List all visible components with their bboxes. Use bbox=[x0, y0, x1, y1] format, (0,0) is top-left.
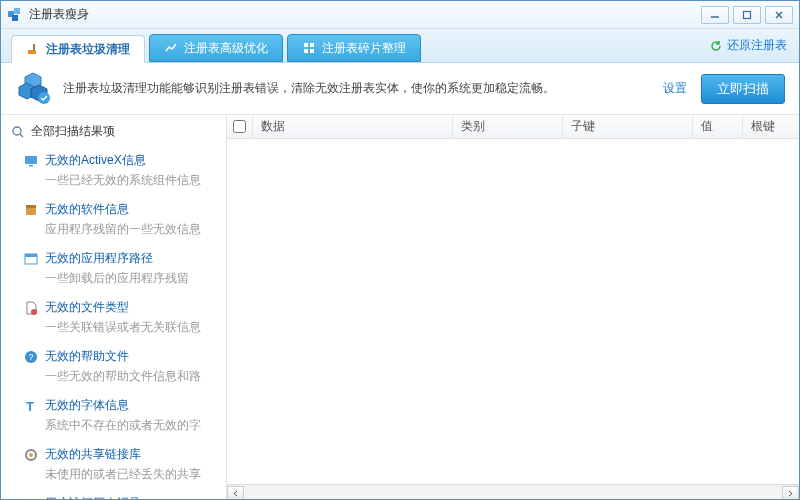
column-data[interactable]: 数据 bbox=[253, 115, 453, 138]
sidebar-item-help-file: ? 无效的帮助文件 一些无效的帮助文件信息和路 bbox=[1, 342, 226, 391]
close-button[interactable] bbox=[765, 6, 793, 24]
sidebar-item-row[interactable]: 无效的文件类型 bbox=[23, 299, 216, 316]
search-icon bbox=[11, 125, 25, 139]
svg-rect-4 bbox=[744, 11, 751, 18]
results-grid: 数据 类别 子键 值 根键 bbox=[227, 115, 799, 500]
registry-cubes-icon bbox=[15, 71, 51, 107]
sidebar-item-title: 无效的字体信息 bbox=[45, 397, 129, 414]
svg-point-25 bbox=[31, 309, 37, 315]
restore-link-label: 还原注册表 bbox=[727, 37, 787, 54]
package-icon bbox=[23, 202, 39, 218]
monitor-icon bbox=[23, 153, 39, 169]
sidebar-item-title: 无效的共享链接库 bbox=[45, 446, 141, 463]
sidebar-item-file-type: 无效的文件类型 一些关联错误或者无关联信息 bbox=[1, 293, 226, 342]
column-value[interactable]: 值 bbox=[693, 115, 743, 138]
sidebar-item-row[interactable]: ? 无效的帮助文件 bbox=[23, 348, 216, 365]
settings-link[interactable]: 设置 bbox=[663, 80, 687, 97]
broom-icon bbox=[26, 42, 40, 56]
scroll-track[interactable] bbox=[244, 486, 782, 501]
help-icon: ? bbox=[23, 349, 39, 365]
svg-rect-21 bbox=[26, 207, 36, 215]
sidebar-item-row[interactable]: 无效的软件信息 bbox=[23, 201, 216, 218]
main-content: 全部扫描结果项 无效的ActiveX信息 一些已经无效的系统组件信息 无效的软件… bbox=[1, 115, 799, 500]
description-bar: 注册表垃圾清理功能能够识别注册表错误，清除无效注册表实体，使你的系统更加稳定流畅… bbox=[1, 63, 799, 115]
description-text: 注册表垃圾清理功能能够识别注册表错误，清除无效注册表实体，使你的系统更加稳定流畅… bbox=[63, 80, 663, 97]
blocks-icon bbox=[302, 41, 316, 55]
select-all-checkbox[interactable] bbox=[233, 120, 246, 133]
sidebar-item-font: T 无效的字体信息 系统中不存在的或者无效的字 bbox=[1, 391, 226, 440]
sidebar-item-title: 无效的软件信息 bbox=[45, 201, 129, 218]
sidebar-item-desc: 应用程序残留的一些无效信息 bbox=[45, 221, 216, 238]
sidebar-item-history: 用户访问历史记录 bbox=[1, 489, 226, 500]
sidebar-item-row[interactable]: 无效的ActiveX信息 bbox=[23, 152, 216, 169]
svg-rect-20 bbox=[29, 165, 33, 167]
svg-text:?: ? bbox=[28, 352, 33, 362]
sidebar-header: 全部扫描结果项 bbox=[1, 115, 226, 146]
sidebar-item-desc: 一些无效的帮助文件信息和路 bbox=[45, 368, 216, 385]
sidebar-item-row[interactable]: 无效的共享链接库 bbox=[23, 446, 216, 463]
window-title: 注册表瘦身 bbox=[29, 6, 701, 23]
window-controls bbox=[701, 6, 793, 24]
svg-rect-22 bbox=[26, 205, 36, 208]
chart-icon bbox=[164, 41, 178, 55]
sidebar-header-label: 全部扫描结果项 bbox=[31, 123, 115, 140]
title-bar: 注册表瘦身 bbox=[1, 1, 799, 29]
svg-rect-7 bbox=[28, 50, 36, 54]
tab-strip: 注册表垃圾清理 注册表高级优化 注册表碎片整理 还原注册表 bbox=[1, 29, 799, 63]
sidebar: 全部扫描结果项 无效的ActiveX信息 一些已经无效的系统组件信息 无效的软件… bbox=[1, 115, 227, 500]
sidebar-item-desc: 系统中不存在的或者无效的字 bbox=[45, 417, 216, 434]
svg-rect-2 bbox=[12, 15, 18, 21]
tab-label: 注册表高级优化 bbox=[184, 40, 268, 57]
horizontal-scrollbar[interactable] bbox=[227, 484, 799, 500]
column-category[interactable]: 类别 bbox=[453, 115, 563, 138]
tab-registry-advanced-optimize[interactable]: 注册表高级优化 bbox=[149, 34, 283, 62]
gear-link-icon bbox=[23, 447, 39, 463]
tab-label: 注册表垃圾清理 bbox=[46, 41, 130, 58]
maximize-button[interactable] bbox=[733, 6, 761, 24]
sidebar-item-software: 无效的软件信息 应用程序残留的一些无效信息 bbox=[1, 195, 226, 244]
app-icon bbox=[7, 7, 23, 23]
sidebar-item-activex: 无效的ActiveX信息 一些已经无效的系统组件信息 bbox=[1, 146, 226, 195]
minimize-button[interactable] bbox=[701, 6, 729, 24]
svg-rect-10 bbox=[310, 43, 314, 47]
sidebar-item-shared-lib: 无效的共享链接库 未使用的或者已经丢失的共享 bbox=[1, 440, 226, 489]
refresh-icon bbox=[709, 39, 723, 53]
tab-registry-defrag[interactable]: 注册表碎片整理 bbox=[287, 34, 421, 62]
scroll-right-button[interactable] bbox=[782, 486, 799, 501]
svg-rect-11 bbox=[304, 49, 308, 53]
column-subkey[interactable]: 子键 bbox=[563, 115, 693, 138]
grid-header: 数据 类别 子键 值 根键 bbox=[227, 115, 799, 139]
svg-rect-24 bbox=[25, 254, 37, 257]
scan-now-button[interactable]: 立即扫描 bbox=[701, 74, 785, 104]
font-icon: T bbox=[23, 398, 39, 414]
sidebar-item-desc: 未使用的或者已经丢失的共享 bbox=[45, 466, 216, 483]
sidebar-item-row[interactable]: 无效的应用程序路径 bbox=[23, 250, 216, 267]
window-icon bbox=[23, 251, 39, 267]
sidebar-item-title: 无效的文件类型 bbox=[45, 299, 129, 316]
sidebar-item-row[interactable]: 用户访问历史记录 bbox=[23, 495, 216, 500]
svg-rect-12 bbox=[310, 49, 314, 53]
tab-registry-junk-clean[interactable]: 注册表垃圾清理 bbox=[11, 35, 145, 63]
sidebar-item-title: 用户访问历史记录 bbox=[45, 495, 141, 500]
column-rootkey[interactable]: 根键 bbox=[743, 115, 799, 138]
restore-registry-link[interactable]: 还原注册表 bbox=[709, 37, 787, 54]
sidebar-item-title: 无效的ActiveX信息 bbox=[45, 152, 146, 169]
sidebar-item-row[interactable]: T 无效的字体信息 bbox=[23, 397, 216, 414]
sidebar-item-desc: 一些卸载后的应用程序残留 bbox=[45, 270, 216, 287]
sidebar-item-app-path: 无效的应用程序路径 一些卸载后的应用程序残留 bbox=[1, 244, 226, 293]
user-history-icon bbox=[23, 496, 39, 501]
svg-rect-9 bbox=[304, 43, 308, 47]
svg-point-30 bbox=[29, 453, 33, 457]
file-error-icon bbox=[23, 300, 39, 316]
column-checkbox[interactable] bbox=[227, 115, 253, 138]
svg-rect-1 bbox=[14, 8, 20, 14]
svg-text:T: T bbox=[26, 399, 34, 414]
svg-line-18 bbox=[20, 134, 23, 137]
sidebar-item-title: 无效的应用程序路径 bbox=[45, 250, 153, 267]
sidebar-item-desc: 一些关联错误或者无关联信息 bbox=[45, 319, 216, 336]
tab-label: 注册表碎片整理 bbox=[322, 40, 406, 57]
sidebar-item-title: 无效的帮助文件 bbox=[45, 348, 129, 365]
sidebar-item-desc: 一些已经无效的系统组件信息 bbox=[45, 172, 216, 189]
svg-rect-19 bbox=[25, 156, 37, 164]
scroll-left-button[interactable] bbox=[227, 486, 244, 501]
